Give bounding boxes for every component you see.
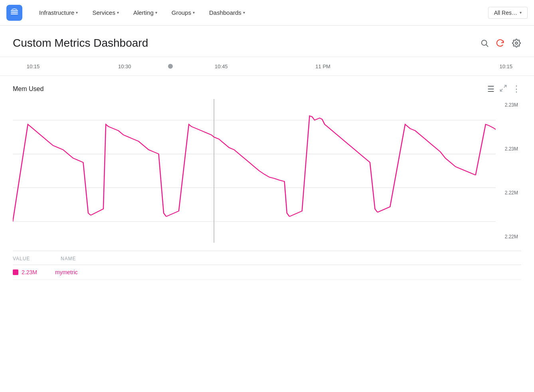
chart-actions: ☰ ⋮ — [487, 84, 521, 94]
logo-icon — [10, 8, 19, 18]
y-axis-label-2: 2.23M — [505, 146, 518, 152]
timeline-bar: 10:15 10:30 10:45 11 PM 10:15 — [0, 57, 534, 76]
legend-header: VALUE NAME — [13, 251, 521, 265]
svg-point-3 — [482, 40, 487, 46]
more-options-icon[interactable]: ⋮ — [512, 84, 521, 94]
chevron-down-icon: ▾ — [155, 10, 157, 15]
timeline-label-1015a: 10:15 — [27, 63, 40, 69]
chart-area — [13, 99, 496, 243]
legend-col-value-header: VALUE — [13, 256, 61, 261]
chart-section: Mem Used ☰ ⋮ — [13, 84, 521, 243]
y-axis-label-bottom: 2.22M — [505, 234, 518, 240]
search-icon[interactable] — [480, 38, 489, 48]
chart-y-axis: 2.23M 2.23M 2.22M 2.22M — [496, 99, 521, 243]
nav-item-groups[interactable]: Groups ▾ — [164, 0, 202, 26]
list-item: 2.23M mymetric — [13, 265, 521, 280]
settings-icon[interactable] — [512, 38, 521, 48]
legend-value-text: 2.23M — [22, 269, 37, 275]
timeline-dot — [168, 64, 173, 69]
chart-header: Mem Used ☰ ⋮ — [13, 84, 521, 94]
legend-name-text: mymetric — [55, 269, 78, 275]
legend-section: VALUE NAME 2.23M mymetric — [13, 251, 521, 280]
app-logo[interactable] — [6, 5, 22, 21]
svg-line-6 — [504, 85, 506, 87]
timeline-label-1045: 10:45 — [215, 63, 228, 69]
nav-item-services[interactable]: Services ▾ — [85, 0, 126, 26]
chart-title: Mem Used — [13, 85, 44, 93]
y-axis-label-top: 2.23M — [505, 102, 518, 108]
chevron-down-icon: ▾ — [76, 10, 78, 15]
navbar: Infrastructure ▾ Services ▾ Alerting ▾ G… — [0, 0, 534, 26]
chevron-down-icon: ▾ — [520, 10, 522, 15]
chevron-down-icon: ▾ — [117, 10, 119, 15]
svg-rect-2 — [11, 14, 18, 14]
svg-line-4 — [486, 45, 488, 47]
nav-item-dashboards[interactable]: Dashboards ▾ — [202, 0, 252, 26]
chart-container: 2.23M 2.23M 2.22M 2.22M — [13, 99, 521, 243]
svg-rect-1 — [11, 10, 18, 11]
page-title: Custom Metrics Dashboard — [13, 37, 148, 49]
timeline-label-11pm: 11 PM — [315, 63, 330, 69]
svg-line-7 — [500, 89, 503, 91]
timeline-label-1030: 10:30 — [118, 63, 131, 69]
svg-point-5 — [515, 42, 518, 44]
fullscreen-icon[interactable] — [499, 84, 507, 94]
nav-items: Infrastructure ▾ Services ▾ Alerting ▾ G… — [32, 0, 488, 26]
timeline-label-1015b: 10:15 — [499, 63, 512, 69]
hamburger-menu-icon[interactable]: ☰ — [487, 84, 494, 94]
legend-swatch — [13, 269, 18, 275]
header-actions — [480, 38, 521, 48]
nav-right: All Res… ▾ — [488, 7, 528, 19]
y-axis-label-3: 2.22M — [505, 190, 518, 196]
legend-col-name-header: NAME — [61, 256, 76, 261]
page-header: Custom Metrics Dashboard — [0, 26, 534, 57]
svg-rect-0 — [11, 12, 18, 13]
nav-item-alerting[interactable]: Alerting ▾ — [126, 0, 164, 26]
chart-svg — [13, 99, 496, 243]
all-resources-button[interactable]: All Res… ▾ — [488, 7, 528, 19]
refresh-icon[interactable] — [496, 38, 505, 48]
chevron-down-icon: ▾ — [193, 10, 195, 15]
chevron-down-icon: ▾ — [243, 10, 245, 15]
legend-value-cell: 2.23M — [13, 269, 55, 275]
nav-item-infrastructure[interactable]: Infrastructure ▾ — [32, 0, 85, 26]
timeline-labels: 10:15 10:30 10:45 11 PM 10:15 — [13, 57, 521, 76]
